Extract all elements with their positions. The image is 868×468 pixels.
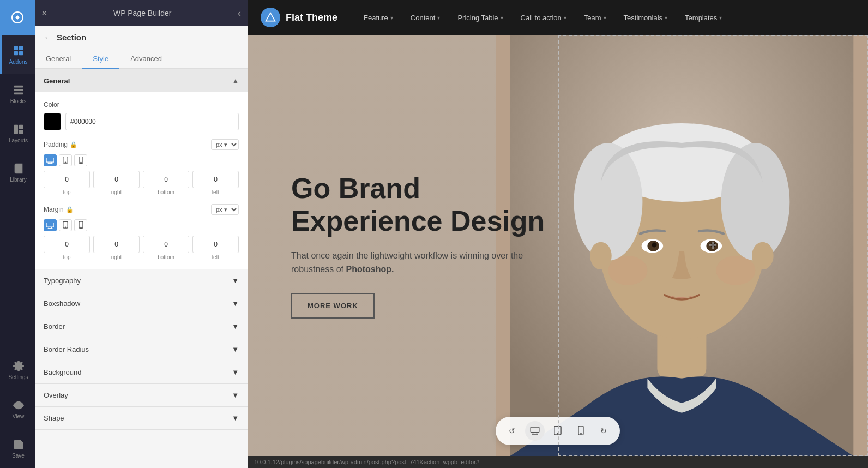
accordion-border-label: Border (44, 322, 65, 331)
accordion-overlay-label: Overlay (44, 391, 68, 399)
padding-desktop-btn[interactable] (44, 154, 57, 166)
sidebar-item-view[interactable]: View (0, 389, 35, 429)
accordion-general-title: General (44, 77, 70, 85)
desktop-view-button[interactable] (525, 421, 545, 441)
margin-left-input[interactable] (192, 236, 239, 253)
svg-point-18 (65, 162, 65, 163)
accordion-overlay-chevron: ▼ (232, 391, 239, 399)
padding-label-row: Padding 🔒 px ▾ % em (44, 139, 239, 150)
accordion-background-chevron: ▼ (232, 368, 239, 376)
svg-rect-1 (14, 46, 17, 50)
color-row (44, 113, 239, 130)
redo-button[interactable]: ↻ (594, 421, 613, 441)
sidebar-item-save[interactable]: Save (0, 429, 35, 468)
tab-general[interactable]: General (35, 49, 82, 69)
back-button[interactable]: ← (44, 33, 52, 43)
nav-content[interactable]: Content ▾ (402, 0, 449, 35)
padding-left-input[interactable] (192, 171, 239, 188)
padding-lock-icon[interactable]: 🔒 (70, 141, 77, 148)
padding-device-row (44, 154, 239, 166)
hero-content: Go Brand Experience Design That once aga… (248, 140, 577, 351)
accordion-border[interactable]: Border ▼ (35, 315, 248, 338)
nav-testimonials[interactable]: Testimonials ▾ (615, 0, 677, 35)
svg-rect-7 (14, 92, 23, 94)
panel-section-title: Section (57, 33, 86, 42)
margin-mobile-btn[interactable] (74, 219, 87, 231)
padding-tablet-btn[interactable] (59, 154, 72, 166)
close-button[interactable]: × (41, 8, 47, 19)
svg-rect-8 (14, 124, 17, 134)
padding-top-input[interactable] (44, 171, 90, 188)
margin-tablet-btn[interactable] (59, 219, 72, 231)
margin-desktop-btn[interactable] (44, 219, 57, 231)
margin-unit-select[interactable]: px ▾ % em (211, 204, 239, 215)
color-swatch[interactable] (44, 113, 61, 130)
bottom-toolbar: ↺ ↻ (496, 417, 620, 445)
svg-rect-3 (14, 51, 17, 55)
padding-mobile-btn[interactable] (74, 154, 87, 166)
padding-right-label: right (111, 189, 122, 195)
margin-top-input[interactable] (44, 236, 90, 253)
accordion-shape-label: Shape (44, 414, 64, 422)
svg-rect-5 (14, 85, 23, 87)
tab-style[interactable]: Style (82, 49, 119, 69)
margin-right-label: right (111, 254, 122, 260)
margin-label-row: Margin 🔒 px ▾ % em (44, 204, 239, 215)
sidebar-item-settings[interactable]: Settings (0, 350, 35, 389)
accordion-background[interactable]: Background ▼ (35, 361, 248, 384)
sidebar-addons-label: Addons (9, 59, 28, 65)
sidebar-item-blocks[interactable]: Blocks (0, 74, 35, 113)
padding-unit-select[interactable]: px ▾ % em (211, 139, 239, 150)
sidebar-item-library[interactable]: Library (0, 153, 35, 192)
mobile-view-button[interactable] (571, 421, 590, 441)
status-bar: 10.0.1.12/plugins/sppagebuilder/wp-admin… (248, 456, 868, 468)
sidebar-view-label: View (13, 413, 25, 419)
nav-pricing-table[interactable]: Pricing Table ▾ (449, 0, 511, 35)
svg-rect-10 (19, 129, 22, 133)
margin-inputs: top right bottom left (44, 236, 239, 260)
tablet-view-button[interactable] (548, 421, 568, 441)
accordion-general: General ▲ Color Padding (35, 69, 248, 269)
color-input[interactable] (65, 113, 239, 130)
sidebar-blocks-label: Blocks (10, 98, 26, 104)
top-nav: Flat Theme Feature ▾ Content ▾ Pricing T… (248, 0, 868, 35)
collapse-button[interactable]: ‹ (238, 8, 241, 19)
accordion-border-radius[interactable]: Border Radius ▼ (35, 338, 248, 361)
accordion-boxshadow[interactable]: Boxshadow ▼ (35, 292, 248, 315)
padding-bottom-wrap: bottom (143, 171, 189, 195)
tab-advanced[interactable]: Advanced (119, 49, 173, 69)
color-field: Color (44, 101, 239, 130)
padding-top-wrap: top (44, 171, 90, 195)
app-title: WP Page Builder (52, 9, 233, 17)
nav-team[interactable]: Team ▾ (575, 0, 615, 35)
hero-cta-button[interactable]: MORE WORK (291, 293, 375, 319)
nav-call-to-action[interactable]: Call to action ▾ (512, 0, 575, 35)
undo-button[interactable]: ↺ (502, 421, 522, 441)
sidebar-library-label: Library (10, 177, 27, 183)
svg-point-42 (711, 243, 716, 248)
sidebar-item-addons[interactable]: Addons (0, 35, 35, 74)
hero-subtext: That once again the lightweight workflow… (291, 249, 531, 277)
svg-point-54 (580, 434, 581, 435)
svg-point-44 (716, 256, 756, 285)
accordion-border-chevron: ▼ (232, 322, 239, 331)
sidebar-item-layouts[interactable]: Layouts (0, 113, 35, 153)
margin-lock-icon[interactable]: 🔒 (66, 206, 74, 213)
padding-right-input[interactable] (93, 171, 140, 188)
padding-left-label: left (212, 189, 219, 195)
margin-right-wrap: right (93, 236, 140, 260)
svg-marker-29 (266, 13, 275, 21)
margin-top-wrap: top (44, 236, 90, 260)
nav-templates[interactable]: Templates ▾ (676, 0, 731, 35)
color-label: Color (44, 101, 239, 109)
app-logo[interactable] (0, 0, 35, 35)
nav-feature[interactable]: Feature ▾ (355, 0, 402, 35)
margin-right-input[interactable] (93, 236, 140, 253)
accordion-typography[interactable]: Typography ▼ (35, 269, 248, 292)
margin-bottom-input[interactable] (143, 236, 189, 253)
accordion-shape[interactable]: Shape ▼ (35, 407, 248, 430)
accordion-overlay[interactable]: Overlay ▼ (35, 384, 248, 407)
nav-team-chevron: ▾ (604, 15, 606, 21)
accordion-general-header[interactable]: General ▲ (35, 69, 248, 92)
padding-bottom-input[interactable] (143, 171, 189, 188)
